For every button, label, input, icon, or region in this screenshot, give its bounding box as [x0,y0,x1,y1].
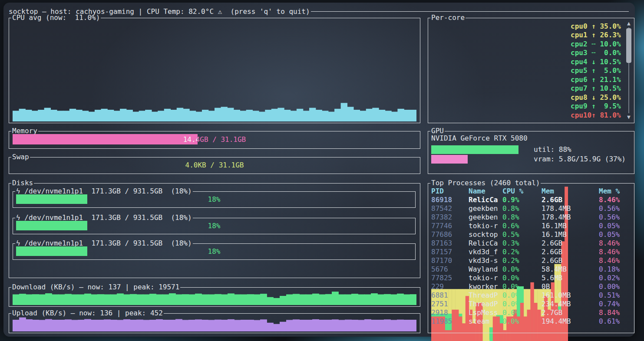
core-label: cpu2 ╌ 10.0% [571,40,622,48]
process-table-header: PIDNameCPU %MemMem % [431,187,631,195]
process-cell: RelicCa [469,239,502,247]
gauge-label: 4.0KB / 31.1GB [13,160,416,170]
gpu-vram-gauge [431,155,530,164]
process-row: 77825tokio-r0.0%5.6MB0.02% [431,273,631,282]
process-cell: tokio-r [469,274,502,282]
process-cell: 178.4MB [542,213,599,221]
process-cell: 0.8% [502,213,542,221]
core-row: cpu4 ↓ 10.5% [430,57,622,66]
core-sparkline [431,103,568,111]
process-cell: 0.00% [599,282,631,291]
process-cell: 87382 [431,213,469,221]
process-cell: 0.61% [599,317,631,325]
process-cell: 0.0% [502,317,542,325]
process-cell: 8.46% [599,196,631,204]
process-cell: geekben [469,204,502,213]
process-cell: steam [469,317,502,325]
process-cell: 0.0% [502,265,542,273]
per-core-scrollbar[interactable]: ▲ ▼ [626,20,632,120]
process-cell: 178.4MB [542,204,599,213]
gauge-fill [431,155,468,164]
column-header: Mem % [599,187,631,195]
download-sparkline [13,290,416,305]
download-panel: Download (KB/s) — now: 137 | peak: 19571 [9,287,420,307]
core-row: cpu7 ↑ 10.5% [430,84,622,93]
process-cell: vkd3d-s [469,256,502,265]
upload-sparkline [13,316,416,331]
memory-panel: Memory 14.4GB / 31.1GB14.4GB / 31.1GB [9,131,420,149]
process-cell: kworker [469,282,502,291]
column-header: Mem [542,187,599,195]
process-cell: 2.6GB [542,196,599,204]
process-cell: 87157 [431,248,469,256]
gpu-util-gauge [431,145,530,154]
process-row: 77686socktop0.5%16.1MB0.05% [431,230,631,239]
swap-panel: Swap 4.0KB / 31.1GB [9,157,420,174]
core-label: cpu0 ↑ 35.0% [571,22,622,30]
process-cell: 234.4MB [542,300,599,308]
process-cell: 0.3% [502,239,542,247]
process-cell: socktop [469,230,502,239]
process-row: 87157vkd3d_f0.2%2.6GB8.46% [431,247,631,256]
process-cell: 11985 [431,317,469,325]
cpu-avg-panel: CPU avg (now: 11.0%) [9,18,420,123]
process-cell: 0.5% [502,230,542,239]
process-cell: 87170 [431,256,469,265]
swap-gauge: 4.0KB / 31.1GB [13,160,416,170]
process-cell: geekben [469,213,502,221]
disks-title: Disks [11,179,34,187]
process-cell: 16.1MB [542,222,599,230]
core-sparkline [431,76,568,84]
process-cell: 0.0% [502,274,542,282]
process-table: PIDNameCPU %MemMem %86918RelicCa0.9%2.6G… [431,187,631,330]
process-cell: 0.51% [599,291,631,299]
core-label: cpu7 ↑ 10.5% [571,84,622,92]
scroll-up-icon[interactable]: ▲ [626,20,632,26]
process-cell: 0.0% [502,291,542,299]
process-cell: vkd3d_f [469,248,502,256]
process-cell: 0.9% [502,196,542,204]
gpu-vram-label: vram: 5.8G/15.9G (37%) [534,155,626,163]
process-row: 6881ThreadP0.0%161.0MB0.51% [431,291,631,299]
process-cell: 86918 [431,196,469,204]
gpu-device-name: NVIDIA GeForce RTX 5080 [431,134,528,142]
core-row: cpu10↑ 81.0% [430,111,622,119]
gauge-fill: 18% [16,194,87,204]
scrollbar-thumb[interactable] [626,28,631,63]
process-cell: 0.05% [599,222,631,230]
top-processes-panel: Top Processes (2460 total) PIDNameCPU %M… [428,183,634,333]
core-label: cpu8 ↓ 25.0% [571,93,622,102]
core-row: cpu5 ↑ 5.0% [430,66,622,75]
process-cell: 0.2% [502,248,542,256]
cpu-avg-sparkline [13,24,416,121]
process-cell: 0.02% [599,274,631,282]
process-row: 87163RelicCa0.3%2.6GB8.46% [431,239,631,247]
scroll-down-icon[interactable]: ▼ [626,114,632,120]
per-core-panel: Per-core cpu0 ↑ 35.0%cpu1 ↑ 26.3%cpu2 ╌ … [428,18,634,123]
disk-item: ϟ /dev/nvme1n1p1 171.3GB / 931.5GB (18%)… [13,243,416,260]
core-row: cpu9 ↑ 9.5% [430,102,622,111]
gauge-fill: 14.4GB / 31.1GB [13,134,198,144]
core-row: cpu2 ╌ 10.0% [430,39,622,48]
core-label: cpu3 ╌ 0.0% [571,49,622,57]
process-cell: 5676 [431,265,469,273]
core-sparkline [431,85,568,93]
process-cell: 58.4MB [542,265,599,273]
process-row: 86918RelicCa0.9%2.6GB8.46% [431,195,631,204]
app-title: socktop — host: cachyos-gaming | CPU Tem… [9,7,310,16]
core-label: cpu4 ↓ 10.5% [571,58,622,66]
process-cell: 0.56% [599,204,631,213]
process-cell: 0.56% [599,213,631,221]
process-cell: 0.74% [599,300,631,308]
process-cell: 2.6GB [542,256,599,265]
process-cell: 8.84% [599,308,631,317]
core-sparkline [431,94,568,102]
titlebar-rule [311,11,629,12]
core-label: cpu5 ↑ 5.0% [571,66,622,75]
app-titlebar: socktop — host: cachyos-gaming | CPU Tem… [9,7,629,16]
process-cell: 8.46% [599,256,631,265]
process-cell: 87163 [431,239,469,247]
column-header: Name [469,187,502,195]
core-sparkline [431,40,568,48]
core-row: cpu0 ↑ 35.0% [430,22,622,30]
